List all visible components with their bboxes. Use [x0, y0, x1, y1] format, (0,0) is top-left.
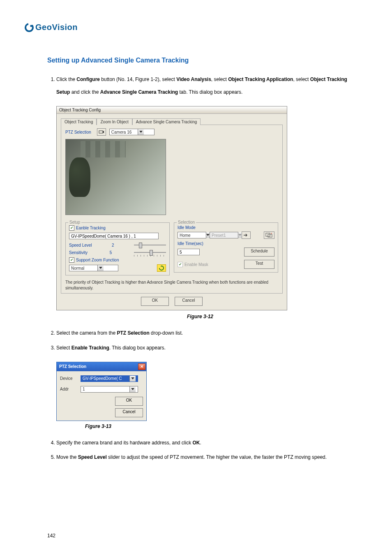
- tab-advance-single-camera-tracking[interactable]: Advance Single Camera Tracking: [132, 118, 201, 125]
- t: Speed Level: [78, 454, 107, 460]
- t: button (No. 14, Figure 1-2), select: [100, 76, 176, 82]
- device-value: GV-IPSpeedDome( C: [81, 376, 129, 381]
- cancel-button[interactable]: Cancel: [115, 408, 143, 417]
- ok-button[interactable]: OK: [115, 397, 143, 406]
- enable-tracking-label: Eanble Tracking: [76, 226, 106, 230]
- speed-level-label: Speed Level: [69, 243, 92, 247]
- idle-mode-select[interactable]: Home: [178, 232, 206, 238]
- t: drop-down list.: [150, 330, 183, 336]
- dialog-title: PTZ Selection: [59, 364, 86, 369]
- step-5: Move the Speed Level slider to adjust th…: [56, 451, 353, 464]
- dialog-titlebar: PTZ Selection ✕: [57, 362, 146, 371]
- t: Click the: [56, 76, 76, 82]
- step-1: Click the Configure button (No. 14, Figu…: [56, 73, 353, 99]
- speed-level-slider[interactable]: [134, 242, 166, 248]
- go-icon[interactable]: [242, 231, 251, 239]
- sensitivity-label: Sensitivity: [69, 250, 88, 255]
- t: Advance Single Camera Tracking: [100, 89, 178, 95]
- t: . This dialog box appears.: [109, 345, 166, 351]
- t: , select: [293, 76, 310, 82]
- brand-name: GeoVision: [35, 23, 78, 32]
- t: tab. This dialog box appears.: [178, 89, 242, 95]
- logo-mark-icon: [25, 23, 34, 32]
- idle-time-label: Idle Time(sec): [178, 241, 274, 246]
- selection-legend: Selection: [177, 220, 196, 224]
- sensitivity-value: 5: [110, 250, 112, 255]
- chevron-down-icon: [238, 232, 242, 238]
- step-2: Select the camera from the PTZ Selection…: [56, 327, 353, 340]
- support-zoom-checkbox[interactable]: Support Zoom Function: [69, 257, 119, 263]
- tab-object-tracking[interactable]: Object Tracking: [61, 118, 97, 125]
- ok-button[interactable]: OK: [141, 297, 169, 306]
- section-title: Setting up Advanced Single Camera Tracki…: [47, 57, 353, 64]
- step-3: Select Enable Tracking. This dialog box …: [56, 342, 353, 354]
- device-select[interactable]: GV-IPSpeedDome( C: [81, 375, 138, 382]
- idle-time-input[interactable]: [178, 249, 200, 255]
- selection-fieldset: Selection Idle Mode Home Preset1: [174, 222, 278, 273]
- enable-tracking-checkbox[interactable]: Eanble Tracking: [69, 225, 106, 231]
- figure-caption-1: Figure 3-12: [47, 314, 353, 319]
- dialog-titlebar: Object Tracking Config: [57, 106, 287, 114]
- t: , select: [211, 76, 228, 82]
- t: Select: [56, 345, 71, 351]
- ptz-selection-label: PTZ Selection: [65, 130, 91, 134]
- t: and click the: [70, 89, 100, 95]
- addr-select[interactable]: 1: [81, 386, 138, 393]
- tab-zoom-in-object[interactable]: Zoom In Object: [97, 118, 132, 125]
- t: PTZ Selection: [117, 330, 149, 336]
- idle-mode-value: Home: [178, 233, 206, 238]
- mask-tool-icon[interactable]: [264, 231, 274, 239]
- camera-select-value: Camera 16: [110, 130, 138, 134]
- t: Move the: [56, 454, 78, 460]
- schedule-button[interactable]: Schedule: [244, 247, 274, 257]
- refresh-icon[interactable]: [157, 264, 166, 272]
- figure-caption-2: Figure 3-13: [85, 423, 353, 429]
- chevron-down-icon: [129, 376, 136, 382]
- enable-mask-checkbox: Enable Mask: [178, 262, 208, 267]
- t: Object Tracking Application: [228, 76, 293, 82]
- t: Configure: [76, 76, 100, 82]
- zoom-mode-value: Normal: [69, 266, 97, 271]
- chevron-down-icon: [138, 129, 144, 135]
- brand-logo: GeoVision: [25, 23, 353, 32]
- preset-value: Preset1: [210, 233, 238, 238]
- priority-note: The priority of Object Tracking is highe…: [65, 280, 278, 291]
- chevron-down-icon: [129, 386, 136, 392]
- step-4: Specify the camera brand and its hardwar…: [56, 437, 353, 449]
- setup-legend: Setup: [68, 220, 81, 224]
- svg-point-0: [25, 24, 33, 31]
- object-tracking-config-dialog: Object Tracking Config Object Tracking Z…: [56, 106, 287, 310]
- steps-list-3: Specify the camera brand and its hardwar…: [47, 437, 353, 464]
- camera-select[interactable]: Camera 16: [109, 129, 154, 135]
- device-line-input[interactable]: [69, 233, 159, 239]
- page-number: 142: [47, 533, 55, 539]
- close-icon[interactable]: ✕: [138, 363, 145, 370]
- svg-rect-2: [99, 131, 103, 133]
- t: Select the camera from the: [56, 330, 117, 336]
- preset-select: Preset1: [210, 232, 238, 238]
- t: Enable Tracking: [71, 345, 109, 351]
- camera-preview: [65, 139, 166, 215]
- addr-value: 1: [81, 387, 129, 391]
- support-zoom-label: Support Zoom Function: [76, 258, 119, 262]
- chevron-down-icon: [206, 232, 210, 238]
- cancel-button[interactable]: Cancel: [175, 297, 203, 306]
- speed-level-value: 2: [112, 243, 114, 247]
- t: Specify the camera brand and its hardwar…: [56, 440, 193, 446]
- tab-row: Object Tracking Zoom In Object Advance S…: [61, 117, 283, 125]
- chevron-down-icon: [97, 265, 104, 271]
- enable-mask-label: Enable Mask: [184, 262, 208, 267]
- zoom-mode-select[interactable]: Normal: [69, 265, 118, 271]
- t: OK: [193, 440, 200, 446]
- t: .: [200, 440, 201, 446]
- device-label: Device: [60, 376, 81, 381]
- t: Video Analysis: [176, 76, 211, 82]
- test-button[interactable]: Test: [244, 260, 274, 269]
- setup-fieldset: Setup Eanble Tracking Speed Level 2 Sens…: [65, 222, 170, 275]
- ptz-device-icon[interactable]: [97, 128, 106, 136]
- sensitivity-slider[interactable]: [134, 249, 166, 256]
- t: slider to adjust the speed of PTZ moveme…: [107, 454, 327, 460]
- addr-label: Addr: [60, 387, 81, 391]
- ptz-selection-dialog: PTZ Selection ✕ Device GV-IPSpeedDome( C…: [56, 362, 147, 421]
- idle-mode-label: Idle Mode: [178, 225, 274, 230]
